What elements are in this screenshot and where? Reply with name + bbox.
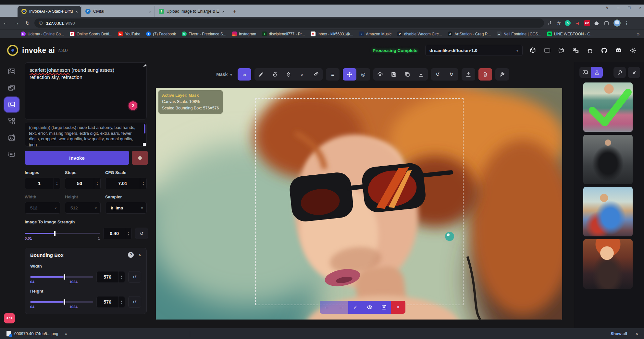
stepper-arrows[interactable]: ▲▼ xyxy=(118,271,125,282)
tab-image-to-image[interactable] xyxy=(4,81,19,95)
url-bar[interactable]: ⓘ 127.0.0.1 :9090 xyxy=(34,19,544,28)
brush-tool-button[interactable] xyxy=(254,68,268,81)
bookmark-item[interactable]: Vdisable Wacom Circ... xyxy=(397,31,442,36)
model-select[interactable]: dreamlike-diffusion-1.0 ∨ xyxy=(425,45,523,56)
gallery-thumbnail[interactable] xyxy=(583,239,633,289)
grammarly-extension-icon[interactable]: G xyxy=(565,20,571,26)
bookmark-item[interactable]: ♪Amazon Music xyxy=(359,31,391,36)
gallery-thumbnail-selected[interactable] xyxy=(583,82,633,132)
tab-close-icon[interactable]: × xyxy=(222,9,225,14)
browser-tab-upload[interactable]: ↥ Upload Image to Enlarge & Enha × xyxy=(155,6,228,17)
bounding-box-outline[interactable] xyxy=(255,98,464,305)
console-toggle-button[interactable]: </> xyxy=(4,313,15,323)
hotkeys-icon[interactable] xyxy=(543,47,551,54)
color-picker-button[interactable] xyxy=(309,68,323,81)
settings-gear-icon[interactable] xyxy=(628,47,637,54)
fill-tool-button[interactable] xyxy=(282,68,295,81)
bookmarks-overflow-icon[interactable]: » xyxy=(637,31,639,37)
show-all-link[interactable]: Show all xyxy=(611,332,627,336)
bookmark-star-icon[interactable]: ☆ xyxy=(557,20,561,26)
save-to-gallery-button[interactable] xyxy=(387,68,401,81)
bookmark-item[interactable]: ▶YouTube xyxy=(118,31,140,36)
steps-input[interactable]: 50 ▲▼ xyxy=(65,178,101,189)
stepper-arrows[interactable]: ▲▼ xyxy=(94,178,100,189)
invoke-button[interactable]: Invoke xyxy=(25,151,129,165)
reset-view-button[interactable]: ◎ xyxy=(356,68,370,81)
bookmark-item[interactable]: fiFiverr - Freelance S... xyxy=(182,31,226,36)
upload-image-button[interactable] xyxy=(462,68,475,81)
tab-close-icon[interactable]: × xyxy=(149,9,151,14)
back-icon[interactable]: ← xyxy=(0,20,11,26)
move-tool-button[interactable] xyxy=(343,68,356,81)
bookmark-item[interactable]: MInbox - klk56831@... xyxy=(311,31,353,36)
cfg-scale-input[interactable]: 7.01 ▲▼ xyxy=(105,178,147,189)
restore-icon[interactable]: □ xyxy=(628,5,631,10)
bookmark-item[interactable]: AArtStation - Greg R... xyxy=(448,31,491,36)
stepper-arrows[interactable]: ▲▼ xyxy=(140,178,146,189)
model-manager-icon[interactable] xyxy=(528,47,537,54)
bbox-height-reset-button[interactable]: ↺ xyxy=(128,296,141,308)
gallery-settings-button[interactable] xyxy=(613,67,626,78)
bug-icon[interactable] xyxy=(586,47,594,54)
canvas-settings-button[interactable] xyxy=(495,68,509,81)
download-image-button[interactable] xyxy=(414,68,428,81)
pin-gallery-button[interactable] xyxy=(628,67,640,78)
bbox-width-input[interactable]: 576 ▲▼ xyxy=(96,271,125,283)
shelf-close-icon[interactable]: × xyxy=(636,331,638,336)
canvas-image[interactable]: Active Layer: Mask Canvas Scale: 108% Sc… xyxy=(156,88,562,320)
discord-icon[interactable] xyxy=(614,47,623,54)
bookmark-item[interactable]: ∞Neil Fontaine | CGS... xyxy=(497,31,541,36)
sampler-select[interactable]: k_lms ∨ xyxy=(105,202,147,214)
volume-extension-icon[interactable]: ◄ xyxy=(575,20,580,26)
tab-text-to-image[interactable] xyxy=(4,64,19,79)
bookmark-item[interactable]: BOnline Sports Betti... xyxy=(70,31,112,36)
stepper-arrows[interactable]: ▲▼ xyxy=(125,228,131,239)
resize-grip[interactable] xyxy=(143,143,146,146)
images-input[interactable]: 1 ▲▼ xyxy=(25,178,60,189)
new-tab-button[interactable]: + xyxy=(230,7,239,16)
browser-menu-icon[interactable]: ⋮ xyxy=(625,20,629,26)
prompt-input[interactable]: scarlett johansson (round sunglasses)ref… xyxy=(25,62,147,119)
bbox-width-reset-button[interactable]: ↺ xyxy=(128,271,141,283)
i2i-strength-slider[interactable]: 0.011 xyxy=(25,229,100,238)
browser-tab-civitai[interactable]: C Civitai × xyxy=(81,6,155,17)
gallery-thumbnail[interactable] xyxy=(583,135,633,184)
gallery-thumbnail[interactable] xyxy=(583,187,633,236)
download-menu-chevron[interactable]: ∧ xyxy=(65,332,67,335)
discard-image-button[interactable]: × xyxy=(391,301,405,314)
previous-image-button[interactable]: ← xyxy=(320,301,334,314)
clear-mask-button[interactable]: × xyxy=(295,68,309,81)
eraser-tool-button[interactable] xyxy=(268,68,282,81)
mask-toggle-button[interactable]: ∞ xyxy=(238,68,251,81)
bbox-width-slider[interactable]: 641024 xyxy=(30,273,93,281)
extensions-puzzle-icon[interactable] xyxy=(594,20,600,26)
bookmark-item[interactable]: ✦discipleneil777 - Pr... xyxy=(262,31,305,36)
tab-postprocessing[interactable] xyxy=(4,130,19,145)
tab-training[interactable] xyxy=(4,147,19,162)
next-image-button[interactable]: → xyxy=(334,301,348,314)
reload-icon[interactable]: ↻ xyxy=(22,20,33,26)
clear-canvas-button[interactable] xyxy=(478,68,492,81)
sidebar-toggle-icon[interactable] xyxy=(604,20,610,26)
width-select[interactable]: 512 ∨ xyxy=(25,202,60,214)
bbox-height-input[interactable]: 576 ▲▼ xyxy=(96,296,125,308)
share-icon[interactable] xyxy=(548,20,553,26)
help-icon[interactable]: ? xyxy=(128,252,134,258)
gallery-user-tab[interactable] xyxy=(591,67,603,78)
show-hide-button[interactable] xyxy=(363,301,377,314)
minimize-icon[interactable]: – xyxy=(617,5,619,10)
tab-unified-canvas[interactable] xyxy=(4,97,19,112)
tab-search-icon[interactable]: ∨ xyxy=(606,5,609,10)
layer-select[interactable]: Mask ∨ xyxy=(214,72,234,77)
download-item[interactable]: 000979.40d74eb5....png ∧ xyxy=(0,328,73,339)
brush-options-button[interactable]: ≡ xyxy=(326,68,340,81)
bookmark-item[interactable]: Instagram xyxy=(232,31,256,36)
scrollbar-thumb[interactable] xyxy=(144,124,145,133)
stepper-arrows[interactable]: ▲▼ xyxy=(54,178,60,189)
tab-close-icon[interactable]: × xyxy=(75,9,78,14)
forward-icon[interactable]: → xyxy=(11,20,22,26)
tab-nodes[interactable] xyxy=(4,114,19,129)
copy-to-clipboard-button[interactable] xyxy=(401,68,414,81)
i2i-reset-button[interactable]: ↺ xyxy=(135,228,148,239)
site-info-icon[interactable]: ⓘ xyxy=(39,20,43,26)
